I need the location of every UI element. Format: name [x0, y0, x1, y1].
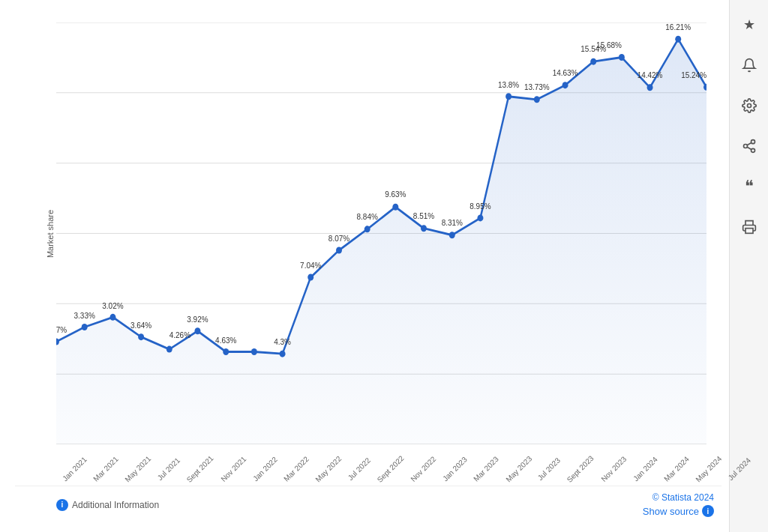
show-source-label: Show source	[643, 506, 699, 517]
chart-container: Market share	[15, 15, 722, 482]
share-icon[interactable]	[736, 133, 763, 160]
svg-text:16.21%: 16.21%	[665, 22, 691, 31]
svg-point-19	[364, 226, 370, 232]
svg-point-30	[675, 36, 681, 43]
svg-text:15.24%: 15.24%	[681, 70, 706, 80]
svg-marker-7	[56, 39, 706, 444]
x-tick: Jul 2022	[346, 456, 372, 483]
svg-point-63	[751, 140, 754, 144]
svg-point-14	[223, 348, 229, 355]
svg-text:3.64%: 3.64%	[130, 320, 152, 330]
x-tick: Nov 2021	[219, 455, 248, 483]
main-content: Market share	[0, 0, 729, 532]
bell-icon[interactable]	[736, 52, 763, 79]
svg-text:8.51%: 8.51%	[413, 211, 435, 221]
chart-svg: 3.57% 3.33% 3.02% 3.64% 4.26% 3.92% 4.63…	[56, 22, 706, 444]
svg-point-11	[138, 333, 144, 340]
svg-point-29	[647, 84, 653, 91]
svg-line-66	[747, 147, 752, 149]
svg-point-25	[534, 96, 540, 103]
show-source-button[interactable]: Show source i	[643, 505, 714, 517]
x-tick: May 2021	[124, 454, 153, 483]
x-tick: Nov 2022	[410, 455, 438, 483]
x-tick: Jul 2021	[156, 456, 182, 483]
svg-point-23	[477, 214, 483, 221]
svg-text:7.04%: 7.04%	[300, 260, 322, 270]
svg-text:8.84%: 8.84%	[357, 212, 379, 222]
svg-text:3.92%: 3.92%	[187, 314, 208, 324]
svg-point-28	[619, 54, 625, 61]
svg-point-9	[82, 324, 88, 330]
additional-info-label: Additional Information	[72, 500, 159, 510]
svg-text:8.07%: 8.07%	[328, 233, 350, 243]
footer-left: i Additional Information	[56, 499, 159, 511]
x-tick: May 2022	[314, 454, 343, 483]
svg-text:14.42%: 14.42%	[638, 70, 663, 80]
quote-icon[interactable]: ❝	[736, 173, 763, 200]
svg-point-24	[506, 93, 512, 100]
footer-right: © Statista 2024 Show source i	[643, 492, 714, 517]
x-tick: Sept 2021	[185, 454, 215, 484]
svg-point-10	[110, 314, 116, 321]
x-tick: Mar 2021	[92, 455, 120, 483]
svg-point-65	[751, 148, 754, 152]
svg-text:4.63%: 4.63%	[215, 335, 237, 345]
svg-text:3.02%: 3.02%	[102, 300, 124, 310]
x-tick: May 2024	[694, 454, 724, 483]
x-tick: Nov 2023	[599, 455, 628, 483]
x-tick: Sept 2023	[566, 454, 596, 484]
x-tick: May 2023	[504, 454, 533, 483]
x-tick: Jan 2022	[251, 455, 279, 483]
svg-line-67	[747, 142, 752, 145]
svg-point-12	[166, 346, 172, 353]
gear-icon[interactable]	[736, 92, 763, 119]
x-tick: Sept 2022	[375, 454, 405, 484]
svg-point-62	[747, 104, 751, 108]
svg-text:4.26%: 4.26%	[170, 330, 191, 340]
svg-point-13	[194, 327, 200, 334]
print-icon[interactable]	[736, 214, 763, 241]
svg-point-64	[743, 145, 747, 148]
svg-text:13.73%: 13.73%	[524, 82, 550, 91]
x-tick: Jan 2021	[61, 455, 88, 483]
svg-text:8.31%: 8.31%	[442, 218, 464, 228]
chart-footer: i Additional Information © Statista 2024…	[15, 486, 722, 517]
x-tick: Mar 2024	[662, 455, 691, 483]
chart-area: Market share	[56, 22, 706, 444]
svg-point-18	[336, 247, 342, 254]
svg-text:4.3%: 4.3%	[274, 337, 291, 347]
info-icon: i	[56, 499, 68, 511]
svg-point-15	[251, 348, 257, 355]
svg-text:9.63%: 9.63%	[385, 189, 406, 199]
statista-label: © Statista 2024	[652, 492, 714, 503]
svg-point-16	[280, 351, 286, 357]
x-axis: Jan 2021 Mar 2021 May 2021 Jul 2021 Sept…	[56, 466, 706, 474]
x-tick: Jan 2024	[632, 455, 659, 483]
star-icon[interactable]: ★	[736, 11, 763, 38]
svg-text:3.33%: 3.33%	[74, 311, 96, 321]
svg-text:14.63%: 14.63%	[553, 67, 578, 77]
svg-point-27	[590, 58, 596, 65]
x-tick: Mar 2023	[472, 455, 500, 483]
svg-text:8.95%: 8.95%	[470, 201, 491, 211]
svg-text:13.8%: 13.8%	[498, 79, 520, 89]
sidebar: ★ ❝	[729, 0, 768, 532]
x-tick: Jan 2023	[441, 455, 469, 483]
source-info-icon: i	[702, 505, 714, 517]
svg-point-26	[562, 82, 568, 88]
y-axis-label: Market share	[46, 209, 55, 257]
svg-text:3.57%: 3.57%	[56, 325, 68, 335]
svg-point-22	[449, 232, 455, 238]
svg-rect-68	[746, 229, 753, 234]
x-tick: Jul 2023	[536, 456, 562, 483]
svg-point-20	[392, 204, 398, 211]
svg-text:15.68%: 15.68%	[596, 40, 622, 49]
x-tick: Mar 2022	[282, 455, 310, 483]
svg-point-21	[421, 225, 427, 232]
svg-point-17	[308, 274, 314, 281]
